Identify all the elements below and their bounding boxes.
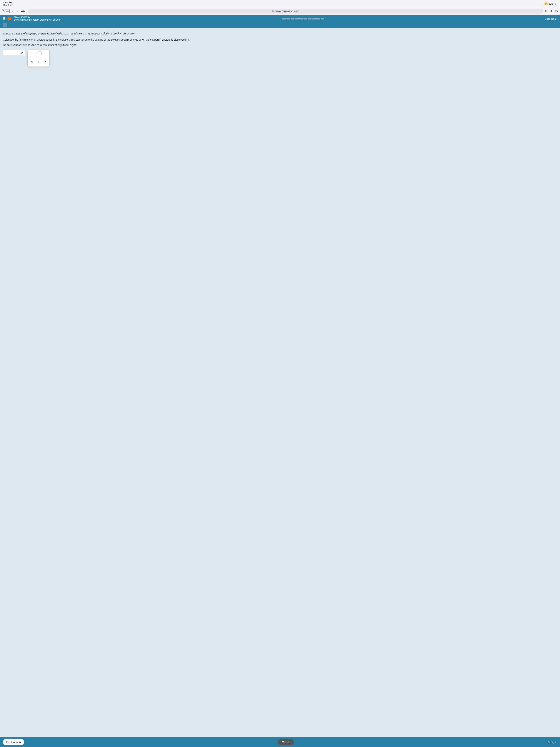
content-area: Suppose 0.918 g of copper(II) acetate is…: [0, 28, 560, 737]
username-label: Jaquesha: [545, 18, 556, 20]
url-bar[interactable]: 🔒 www-awu.aleks.com: [28, 9, 543, 14]
progress-segment: [303, 18, 307, 20]
progress-segment: [295, 18, 299, 20]
status-bar-right: 📶 59% 🔋: [544, 2, 557, 5]
done-button[interactable]: Done: [2, 9, 10, 13]
browser-actions: ↻ ⬆ ⧉: [544, 9, 558, 13]
aleks-topic: Solving limiting reactant problems in so…: [14, 18, 61, 21]
battery-percentage: 59%: [549, 3, 553, 5]
aleks-header: ☰ STOICHIOMETRY Solving limiting reactan…: [0, 15, 560, 23]
status-bar-left: 2:03 AM Thu Dec 5: [3, 1, 13, 6]
back-button[interactable]: ‹: [11, 9, 14, 14]
exponent-base-box[interactable]: [30, 52, 37, 57]
aleks-subheader: ⌄: [0, 23, 560, 28]
reload-button[interactable]: ↻: [544, 9, 548, 13]
progress-bar: [282, 18, 324, 20]
progress-segment: [282, 18, 286, 20]
sig-digits-note: Be sure your answer has the correct numb…: [3, 44, 557, 47]
browser-navigation: ‹ ›: [11, 9, 18, 14]
aleks-subject: STOICHIOMETRY: [14, 16, 61, 18]
tabs-button[interactable]: ⧉: [555, 9, 558, 13]
answer-input-container[interactable]: M: [3, 50, 25, 55]
problem-instruction: Calculate the final molarity of acetate …: [3, 38, 557, 42]
progress-segment: [291, 18, 294, 20]
progress-segment: [316, 18, 320, 20]
all-rights-text: All Rights: [548, 741, 557, 744]
popup-help-button[interactable]: ?: [43, 60, 47, 65]
url-text: www-awu.aleks.com: [275, 10, 299, 12]
check-button[interactable]: Check: [278, 739, 294, 745]
progress-segment: [312, 18, 316, 20]
status-bar: 2:03 AM Thu Dec 5 📶 59% 🔋: [0, 0, 560, 7]
aleks-logo: [7, 17, 11, 21]
progress-segment: [287, 18, 290, 20]
expand-button[interactable]: ⌄: [3, 23, 7, 27]
battery-icon: 🔋: [554, 3, 557, 5]
status-date: Thu Dec 5: [3, 4, 13, 6]
aleks-user[interactable]: Jaquesha ▾: [545, 18, 557, 20]
text-size-button[interactable]: AA: [20, 10, 26, 12]
popup-actions: × ↺ ?: [30, 59, 47, 65]
explanation-button[interactable]: Explanation: [3, 739, 24, 745]
menu-icon[interactable]: ☰: [3, 17, 5, 21]
status-time: 2:03 AM: [3, 1, 13, 4]
aleks-header-text: STOICHIOMETRY Solving limiting reactant …: [14, 16, 61, 21]
forward-button[interactable]: ›: [16, 9, 18, 14]
popup-close-button[interactable]: ×: [30, 59, 34, 65]
exponent-power-box[interactable]: [38, 52, 42, 55]
aleks-progress-area: [63, 18, 543, 20]
wifi-icon: 📶: [544, 2, 548, 5]
problem-statement-line1: Suppose 0.918 g of copper(II) acetate is…: [3, 31, 557, 35]
popup-refresh-button[interactable]: ↺: [36, 59, 41, 65]
bottom-bar: Explanation Check All Rights: [0, 737, 560, 747]
exponent-input-row: [30, 52, 47, 57]
progress-segment: [308, 18, 312, 20]
share-button[interactable]: ⬆: [550, 9, 553, 13]
answer-input[interactable]: [5, 51, 20, 54]
browser-chrome: Done ‹ › AA 🔒 www-awu.aleks.com ↻ ⬆ ⧉: [0, 7, 560, 15]
exponent-popup: × ↺ ?: [27, 50, 50, 67]
answer-row: M × ↺ ?: [3, 50, 557, 67]
progress-segment: [299, 18, 303, 20]
user-chevron-icon: ▾: [557, 18, 557, 20]
progress-segment: [321, 18, 324, 20]
unit-label: M: [21, 51, 23, 54]
lock-icon: 🔒: [271, 10, 274, 12]
